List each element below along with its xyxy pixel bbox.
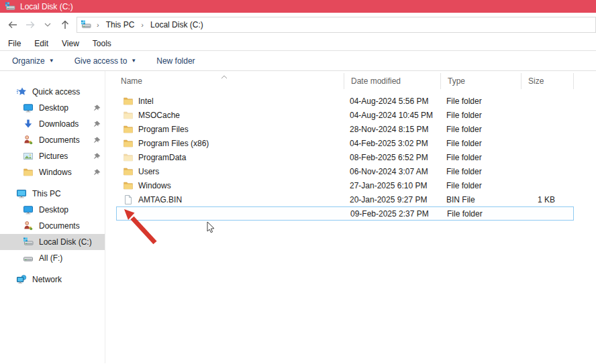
network-icon [16, 274, 27, 285]
command-toolbar: Organize▼Give access to▼New folder [0, 51, 596, 71]
type-cell: File folder [441, 181, 522, 190]
toolbar-label: New folder [156, 56, 195, 66]
column-header-date-modified[interactable]: Date modified [344, 73, 441, 89]
up-button[interactable] [56, 16, 74, 34]
chevron-down-icon [44, 23, 51, 27]
drive-icon [5, 1, 15, 12]
sidebar-item-label: Local Disk (C:) [39, 237, 92, 247]
type-cell: File folder [441, 111, 522, 120]
sidebar-item-network[interactable]: Network [0, 271, 105, 288]
sidebar-item-label: Network [32, 275, 62, 284]
file-name: ProgramData [138, 153, 186, 162]
file-name: Windows [138, 181, 171, 190]
pin-icon[interactable] [93, 136, 101, 146]
file-list-pane: Name Date modified Type Size Intel04-Aug… [105, 71, 596, 363]
toolbar-new-folder-button[interactable]: New folder [156, 56, 195, 66]
star-icon [16, 86, 27, 97]
sidebar-item-this-pc[interactable]: This PC [0, 186, 105, 202]
sidebar-item-label: Desktop [39, 103, 68, 113]
date-modified-cell: 09-Feb-2025 2:37 PM [345, 209, 442, 219]
file-name: Program Files (x86) [138, 139, 209, 148]
drive-icon [81, 19, 91, 30]
pin-icon[interactable] [93, 152, 101, 162]
sidebar-section-gap [0, 180, 105, 186]
address-bar[interactable]: › This PC › Local Disk (C:) [77, 17, 596, 33]
folder-faded-icon [123, 152, 134, 163]
column-header-type[interactable]: Type [441, 73, 522, 89]
new-folder-row[interactable]: 09-Feb-2025 2:37 PMFile folder [116, 206, 574, 221]
sidebar-item-windows[interactable]: Windows [0, 164, 105, 180]
menu-tools[interactable]: Tools [86, 39, 118, 48]
pin-icon[interactable] [93, 120, 101, 130]
sidebar-item-documents[interactable]: Documents [0, 218, 105, 234]
left-arrow-icon [7, 19, 18, 30]
disk-os-icon [23, 237, 34, 247]
folder-icon [123, 138, 134, 149]
file-name: Program Files [138, 125, 189, 134]
pictures-icon [23, 151, 34, 162]
documents-icon [23, 221, 34, 231]
forward-button[interactable] [21, 16, 39, 34]
breadcrumb-separator: › [94, 21, 102, 29]
sidebar-item-desktop[interactable]: Desktop [0, 202, 105, 218]
date-modified-cell: 20-Jan-2025 9:27 PM [344, 195, 441, 204]
sidebar-item-label: Documents [39, 221, 80, 231]
breadcrumb-this-pc[interactable]: This PC [105, 20, 136, 29]
pin-icon[interactable] [93, 168, 101, 178]
sidebar-item-local-disk-c[interactable]: Local Disk (C:) [0, 234, 105, 250]
sidebar-item-label: Desktop [39, 205, 68, 215]
window-title: Local Disk (C:) [20, 2, 73, 11]
date-modified-cell: 28-Nov-2024 8:15 PM [344, 125, 441, 134]
file-row-program-files[interactable]: Program Files28-Nov-2024 8:15 PMFile fol… [116, 122, 574, 136]
sidebar-item-quick-access[interactable]: Quick access [0, 84, 105, 100]
menu-edit[interactable]: Edit [28, 39, 55, 48]
sidebar-item-label: Documents [39, 135, 80, 145]
file-row-users[interactable]: Users06-Nov-2024 3:07 AMFile folder [116, 164, 574, 178]
menu-file[interactable]: File [1, 39, 28, 48]
computer-icon [16, 188, 27, 199]
documents-icon [23, 135, 34, 145]
file-row-programdata[interactable]: ProgramData08-Feb-2025 6:52 PMFile folde… [116, 150, 574, 164]
file-row-msocache[interactable]: MSOCache04-Aug-2024 10:45 PMFile folder [116, 108, 574, 122]
sidebar-item-documents[interactable]: Documents [0, 132, 105, 148]
size-cell: 1 KB [522, 195, 563, 204]
type-cell: File folder [441, 153, 522, 162]
file-row-intel[interactable]: Intel04-Aug-2024 5:56 PMFile folder [116, 94, 574, 108]
type-cell: File folder [441, 139, 522, 148]
sidebar-item-desktop[interactable]: Desktop [0, 100, 105, 116]
breadcrumb-local-disk[interactable]: Local Disk (C:) [149, 20, 205, 29]
sidebar-item-all-f[interactable]: All (F:) [0, 250, 105, 266]
toolbar-label: Give access to [74, 56, 128, 66]
download-icon [23, 119, 34, 129]
folder-icon [123, 180, 134, 191]
menu-view[interactable]: View [55, 39, 86, 48]
type-cell: File folder [442, 209, 522, 219]
date-modified-cell: 04-Aug-2024 5:56 PM [344, 97, 441, 106]
sidebar-item-downloads[interactable]: Downloads [0, 116, 105, 132]
type-cell: File folder [441, 125, 522, 134]
folder-icon [23, 167, 34, 178]
column-header-size[interactable]: Size [522, 73, 574, 89]
file-row-amtag-bin[interactable]: AMTAG.BIN20-Jan-2025 9:27 PMBIN File1 KB [116, 192, 574, 206]
back-button[interactable] [4, 16, 21, 34]
column-header-name[interactable]: Name [105, 73, 344, 89]
recent-locations-button[interactable] [39, 16, 56, 34]
menu-bar: FileEditViewTools [0, 36, 596, 51]
sidebar-item-label: Downloads [39, 119, 79, 129]
sidebar-item-pictures[interactable]: Pictures [0, 148, 105, 164]
navigation-pane: Quick accessDesktopDownloadsDocumentsPic… [0, 71, 105, 363]
dropdown-arrow-icon: ▼ [49, 58, 54, 64]
file-name: MSOCache [138, 111, 180, 120]
pin-icon[interactable] [93, 104, 101, 114]
file-row-program-files-x86[interactable]: Program Files (x86)04-Feb-2025 3:02 PMFi… [116, 136, 574, 150]
toolbar-give-access-to-button[interactable]: Give access to▼ [74, 56, 137, 66]
date-modified-cell: 04-Feb-2025 3:02 PM [344, 139, 441, 148]
sidebar-item-label: All (F:) [39, 253, 62, 263]
toolbar-organize-button[interactable]: Organize▼ [12, 56, 54, 66]
right-arrow-icon [25, 19, 36, 30]
file-row-windows[interactable]: Windows27-Jan-2025 6:10 PMFile folder [116, 178, 574, 192]
file-name: Intel [138, 97, 154, 106]
sidebar-item-label: Pictures [39, 151, 68, 161]
up-arrow-icon [60, 19, 70, 30]
file-name: Users [138, 167, 159, 176]
